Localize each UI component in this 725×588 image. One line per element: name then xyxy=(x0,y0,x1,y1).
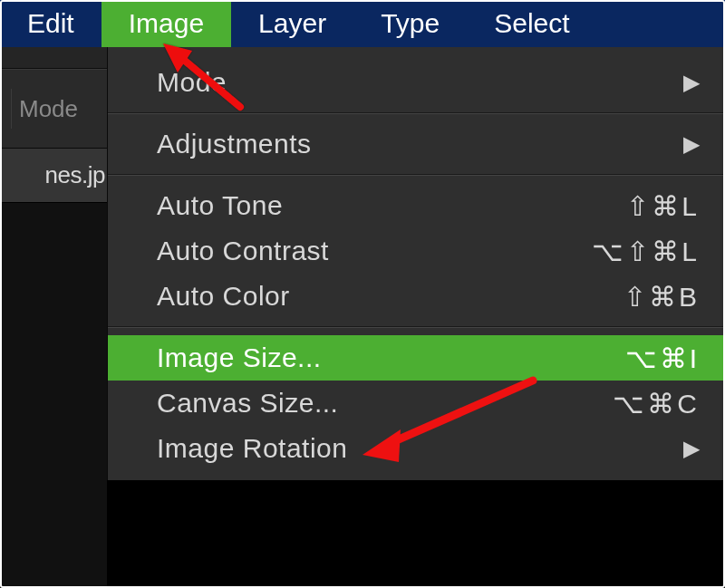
menu-item-mode-label: Mode xyxy=(157,67,227,98)
menu-item-auto-color[interactable]: Auto Color ⇧⌘B xyxy=(108,274,725,319)
menu-item-mode[interactable]: Mode ▶ xyxy=(108,60,725,105)
menu-item-auto-color-shortcut: ⇧⌘B xyxy=(624,281,700,313)
options-mode-label: Mode xyxy=(19,95,78,123)
menu-edit[interactable]: Edit xyxy=(0,0,102,47)
menu-item-auto-contrast-shortcut: ⌥⇧⌘L xyxy=(592,236,700,267)
menu-separator xyxy=(108,112,725,114)
document-tab-fragment[interactable]: nes.jp xyxy=(0,149,107,203)
menubar: Edit Image Layer Type Select xyxy=(0,0,725,47)
menu-select[interactable]: Select xyxy=(467,0,596,47)
menu-item-canvas-size[interactable]: Canvas Size... ⌥⌘C xyxy=(108,381,725,426)
menu-layer-label: Layer xyxy=(258,8,326,39)
submenu-arrow-icon: ▶ xyxy=(683,436,701,461)
menu-item-image-rotation-label: Image Rotation xyxy=(157,433,347,464)
menu-item-image-size-shortcut: ⌥⌘I xyxy=(625,342,700,374)
menu-item-auto-contrast[interactable]: Auto Contrast ⌥⇧⌘L xyxy=(108,228,725,274)
options-bar-mode: Mode xyxy=(0,69,107,149)
menu-item-image-rotation[interactable]: Image Rotation ▶ xyxy=(108,426,725,471)
menu-type[interactable]: Type xyxy=(353,0,467,47)
menu-edit-label: Edit xyxy=(27,8,74,39)
document-tab-text: nes.jp xyxy=(45,161,105,189)
canvas-area xyxy=(0,203,107,588)
menu-item-auto-tone-label: Auto Tone xyxy=(157,190,283,221)
menu-item-auto-color-label: Auto Color xyxy=(157,281,290,312)
submenu-arrow-icon: ▶ xyxy=(683,70,701,95)
menu-item-auto-tone-shortcut: ⇧⌘L xyxy=(626,190,700,222)
menu-item-canvas-size-label: Canvas Size... xyxy=(157,388,338,419)
menu-item-auto-contrast-label: Auto Contrast xyxy=(157,236,329,266)
menu-item-adjustments-label: Adjustments xyxy=(157,129,312,159)
menu-item-canvas-size-shortcut: ⌥⌘C xyxy=(613,388,700,419)
menu-item-auto-tone[interactable]: Auto Tone ⇧⌘L xyxy=(108,183,725,228)
image-menu-dropdown: Mode ▶ Adjustments ▶ Auto Tone ⇧⌘L Auto … xyxy=(107,47,725,480)
menu-type-label: Type xyxy=(381,8,440,39)
left-panel: Mode nes.jp xyxy=(0,47,107,588)
menu-separator xyxy=(108,326,725,328)
menu-item-image-size[interactable]: Image Size... ⌥⌘I xyxy=(108,335,725,381)
menu-image[interactable]: Image xyxy=(102,0,231,47)
options-bar-fragment xyxy=(0,47,107,69)
options-divider xyxy=(11,89,12,129)
menu-layer[interactable]: Layer xyxy=(231,0,353,47)
menu-select-label: Select xyxy=(494,8,569,39)
menu-item-adjustments[interactable]: Adjustments ▶ xyxy=(108,121,725,167)
menu-image-label: Image xyxy=(129,8,204,39)
menu-item-image-size-label: Image Size... xyxy=(157,342,322,373)
submenu-arrow-icon: ▶ xyxy=(683,131,701,157)
menu-separator xyxy=(108,174,725,176)
